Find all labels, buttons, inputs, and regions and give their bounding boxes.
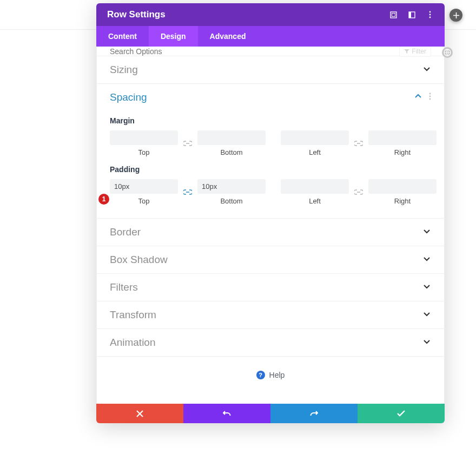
section-header-transform[interactable]: Transform bbox=[97, 301, 444, 328]
undo-button[interactable] bbox=[183, 404, 270, 423]
spacing-body: Margin Top Bottom Left bbox=[97, 111, 444, 218]
side-label: Right bbox=[394, 148, 411, 156]
padding-bottom-input[interactable] bbox=[197, 179, 266, 194]
side-label: Bottom bbox=[220, 148, 242, 156]
section-title: Border bbox=[110, 226, 141, 238]
section-header-spacing[interactable]: Spacing bbox=[97, 84, 444, 111]
padding-label: Padding bbox=[110, 165, 431, 174]
help-button[interactable]: ? Help bbox=[97, 357, 444, 391]
tab-bar: Content Design Advanced bbox=[96, 26, 445, 47]
footer-actions bbox=[96, 404, 445, 423]
chevron-down-icon bbox=[422, 64, 431, 75]
undo-icon bbox=[223, 410, 231, 418]
chevron-down-icon bbox=[422, 282, 431, 293]
globe-badge[interactable] bbox=[442, 47, 453, 58]
floating-add-button[interactable] bbox=[449, 9, 462, 22]
side-label: Left bbox=[309, 197, 321, 205]
section-title: Sizing bbox=[110, 64, 138, 76]
section-header-sizing[interactable]: Sizing bbox=[97, 56, 444, 83]
svg-point-7 bbox=[429, 17, 431, 18]
section-filters: Filters bbox=[97, 274, 444, 301]
margin-top-input[interactable] bbox=[110, 130, 178, 145]
chevron-down-icon bbox=[422, 254, 431, 265]
section-sizing: Sizing bbox=[97, 56, 444, 84]
expand-icon bbox=[390, 11, 397, 18]
link-icon bbox=[183, 189, 192, 195]
modal-title: Row Settings bbox=[107, 9, 166, 20]
section-header-border[interactable]: Border bbox=[97, 219, 444, 246]
svg-point-10 bbox=[429, 98, 431, 100]
section-title: Animation bbox=[110, 337, 156, 349]
search-input[interactable] bbox=[110, 47, 218, 56]
header-actions bbox=[389, 11, 434, 18]
snap-button[interactable] bbox=[408, 11, 415, 18]
svg-point-6 bbox=[429, 14, 431, 16]
modal-menu-button[interactable] bbox=[426, 11, 434, 18]
section-title: Box Shadow bbox=[110, 254, 168, 266]
section-header-filters[interactable]: Filters bbox=[97, 274, 444, 301]
filter-button[interactable]: Filter bbox=[399, 47, 431, 57]
section-box-shadow: Box Shadow bbox=[97, 246, 444, 274]
modal-header: Row Settings bbox=[96, 3, 445, 26]
redo-icon bbox=[310, 410, 318, 418]
section-menu-button[interactable] bbox=[429, 93, 431, 102]
filter-icon bbox=[404, 49, 409, 54]
close-icon bbox=[136, 410, 143, 417]
side-label: Top bbox=[138, 148, 150, 156]
tab-advanced[interactable]: Advanced bbox=[198, 26, 258, 47]
globe-icon bbox=[444, 49, 451, 56]
svg-rect-1 bbox=[391, 12, 396, 18]
chevron-down-icon bbox=[422, 337, 431, 348]
link-icon bbox=[354, 189, 363, 195]
margin-label: Margin bbox=[110, 116, 431, 125]
plus-icon bbox=[453, 12, 459, 18]
link-icon bbox=[183, 141, 192, 146]
chevron-up-icon bbox=[414, 92, 422, 103]
svg-rect-4 bbox=[409, 12, 411, 18]
side-label: Bottom bbox=[220, 197, 242, 205]
link-toggle-padding-lr[interactable] bbox=[354, 187, 363, 198]
padding-row: Top Bottom Left Right bbox=[110, 179, 431, 205]
expand-button[interactable] bbox=[389, 11, 397, 18]
section-title: Transform bbox=[110, 309, 156, 321]
padding-left-input[interactable] bbox=[281, 179, 349, 194]
svg-rect-2 bbox=[392, 13, 395, 16]
link-toggle-margin-tb[interactable] bbox=[183, 138, 192, 149]
chevron-down-icon bbox=[422, 310, 431, 320]
dots-vertical-icon bbox=[429, 11, 431, 18]
link-toggle-margin-lr[interactable] bbox=[354, 138, 363, 149]
dots-vertical-icon bbox=[429, 93, 431, 100]
margin-right-input[interactable] bbox=[368, 130, 437, 145]
side-label: Left bbox=[309, 148, 321, 156]
snap-left-icon bbox=[408, 11, 415, 18]
search-bar: Filter bbox=[97, 47, 444, 56]
section-header-animation[interactable]: Animation bbox=[97, 329, 444, 356]
section-border: Border bbox=[97, 219, 444, 246]
link-toggle-padding-tb[interactable] bbox=[183, 187, 192, 198]
section-title: Filters bbox=[110, 281, 138, 293]
padding-right-input[interactable] bbox=[368, 179, 437, 194]
margin-left-input[interactable] bbox=[281, 130, 349, 145]
check-icon bbox=[397, 410, 405, 417]
help-label: Help bbox=[269, 371, 285, 379]
section-spacing: Spacing Margin Top Bottom bbox=[97, 84, 444, 219]
content-scroll-area[interactable]: Filter Sizing Spacing Margin bbox=[96, 47, 445, 404]
svg-point-9 bbox=[429, 96, 431, 97]
section-transform: Transform bbox=[97, 301, 444, 329]
svg-point-8 bbox=[429, 93, 431, 95]
cancel-button[interactable] bbox=[96, 404, 183, 423]
section-header-box-shadow[interactable]: Box Shadow bbox=[97, 246, 444, 273]
link-icon bbox=[354, 141, 363, 146]
side-label: Top bbox=[138, 197, 150, 205]
filter-label: Filter bbox=[412, 48, 426, 55]
tab-design[interactable]: Design bbox=[149, 26, 198, 47]
save-button[interactable] bbox=[358, 404, 445, 423]
redo-button[interactable] bbox=[270, 404, 358, 423]
margin-bottom-input[interactable] bbox=[197, 130, 266, 145]
chevron-down-icon bbox=[422, 227, 431, 238]
help-icon: ? bbox=[256, 371, 265, 379]
padding-top-input[interactable] bbox=[110, 179, 178, 194]
section-title: Spacing bbox=[110, 91, 147, 103]
annotation-badge-1: 1 bbox=[98, 194, 109, 205]
tab-content[interactable]: Content bbox=[96, 26, 149, 47]
